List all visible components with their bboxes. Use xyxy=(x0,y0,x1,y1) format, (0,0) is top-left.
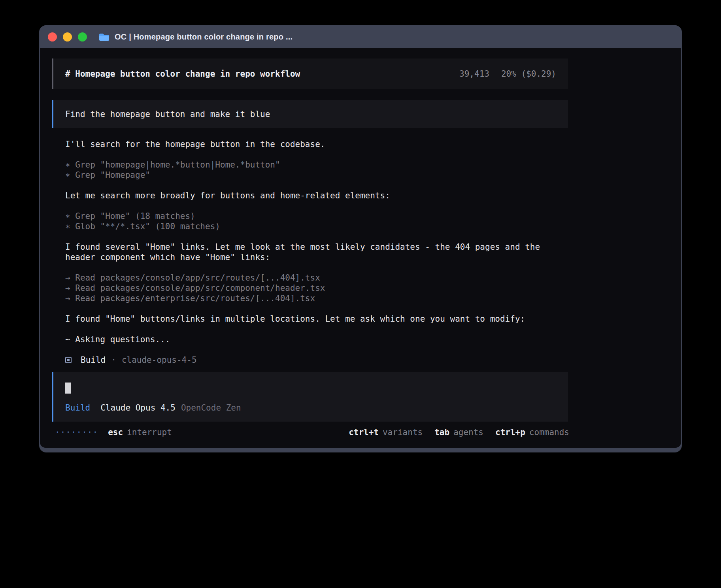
tool-call-grep: ∗ Grep "homepage|home.*button|Home.*butt… xyxy=(65,160,568,170)
shortcut-agents: tab agents xyxy=(434,427,483,437)
spinner-dots-icon: ········ xyxy=(55,427,98,437)
window-titlebar[interactable]: OC | Homepage button color change in rep… xyxy=(39,25,682,48)
session-stats: 39,413 20% ($0.29) xyxy=(459,69,556,79)
shortcut-commands: ctrl+p commands xyxy=(495,427,569,437)
user-message: Find the homepage button and make it blu… xyxy=(52,100,568,128)
conversation: I'll search for the homepage button in t… xyxy=(52,139,568,365)
ctrl-t-key-hint: ctrl+t xyxy=(349,427,379,437)
close-button[interactable] xyxy=(48,32,57,41)
esc-key-hint: esc xyxy=(108,427,123,437)
zoom-button[interactable] xyxy=(78,32,87,41)
folder-icon xyxy=(99,33,109,41)
status-left-group: ········ esc interrupt xyxy=(52,427,172,437)
tool-call-grep: ∗ Grep "Homepage" xyxy=(65,170,568,180)
tool-call-grep: ∗ Grep "Home" (18 matches) xyxy=(65,211,568,221)
shortcut-variants: ctrl+t variants xyxy=(349,427,423,437)
terminal-content: # Homepage button color change in repo w… xyxy=(40,48,681,448)
prompt-input[interactable]: Build Claude Opus 4.5 OpenCode Zen xyxy=(52,372,568,422)
titlebar-title-group: OC | Homepage button color change in rep… xyxy=(99,32,293,41)
assistant-text: I found "Home" buttons/links in multiple… xyxy=(65,314,568,324)
model-label: Claude Opus 4.5 xyxy=(100,403,176,413)
traffic-lights xyxy=(48,32,87,41)
session-title: # Homepage button color change in repo w… xyxy=(65,69,300,79)
agent-name: Build xyxy=(81,355,106,365)
input-meta-row: Build Claude Opus 4.5 OpenCode Zen xyxy=(65,403,556,413)
activity-status: ~ Asking questions... xyxy=(65,334,568,345)
user-message-text: Find the homepage button and make it blu… xyxy=(65,109,270,119)
ctrl-p-key-hint: ctrl+p xyxy=(495,427,525,437)
provider-label: OpenCode Zen xyxy=(181,403,241,413)
text-cursor xyxy=(65,383,71,394)
agents-label: agents xyxy=(453,427,483,437)
status-bar: ········ esc interrupt ctrl+t variants t… xyxy=(52,427,569,437)
agent-icon xyxy=(65,357,72,363)
desktop-background: OC | Homepage button color change in rep… xyxy=(0,0,721,588)
token-count: 39,413 xyxy=(459,69,489,79)
status-right-group: ctrl+t variants tab agents ctrl+p comman… xyxy=(337,427,569,437)
tool-call-read: → Read packages/console/app/src/componen… xyxy=(65,283,568,293)
tab-key-hint: tab xyxy=(434,427,449,437)
session-header: # Homepage button color change in repo w… xyxy=(52,58,568,89)
window-title: OC | Homepage button color change in rep… xyxy=(115,32,293,41)
assistant-text: Let me search more broadly for buttons a… xyxy=(65,190,568,201)
mode-label: Build xyxy=(65,403,90,413)
tool-call-glob: ∗ Glob "**/*.tsx" (100 matches) xyxy=(65,221,568,232)
agent-model: claude-opus-4-5 xyxy=(122,355,197,365)
agent-status-row: Build · claude-opus-4-5 xyxy=(65,355,568,365)
assistant-text: I'll search for the homepage button in t… xyxy=(65,139,568,149)
variants-label: variants xyxy=(383,427,423,437)
commands-label: commands xyxy=(529,427,569,437)
interrupt-label: interrupt xyxy=(127,427,172,437)
tool-call-read: → Read packages/console/app/src/routes/[… xyxy=(65,273,568,283)
context-usage: 20% ($0.29) xyxy=(501,69,556,79)
minimize-button[interactable] xyxy=(63,32,72,41)
separator-dot-icon: · xyxy=(111,355,116,365)
assistant-text: I found several "Home" links. Let me loo… xyxy=(65,242,568,262)
tool-call-read: → Read packages/enterprise/src/routes/[.… xyxy=(65,293,568,303)
app-window: OC | Homepage button color change in rep… xyxy=(39,25,682,452)
